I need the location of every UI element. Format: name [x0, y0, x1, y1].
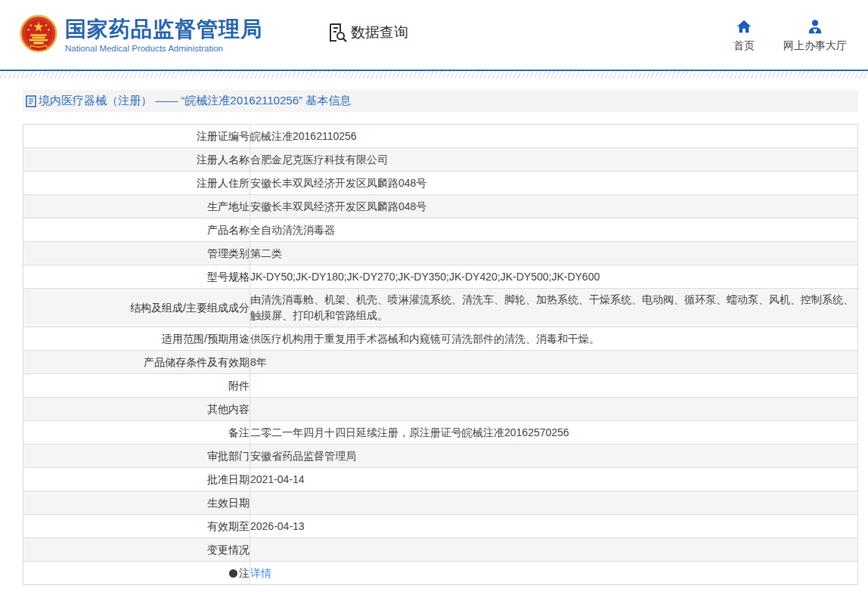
row-label: 型号规格: [23, 265, 250, 289]
row-value: [250, 398, 858, 421]
registration-info-table: 注册证编号皖械注准20162110256注册人名称合肥金尼克医疗科技有限公司注册…: [23, 124, 858, 585]
row-label-text: 注册人名称: [197, 153, 250, 166]
site-title: 国家药品监督管理局: [65, 17, 262, 42]
site-subtitle: National Medical Products Administration: [65, 44, 262, 53]
info-table-body: 注册证编号皖械注准20162110256注册人名称合肥金尼克医疗科技有限公司注册…: [23, 125, 858, 585]
top-nav: 首页 网上办事大厅: [733, 18, 847, 53]
row-value: JK-DY50;JK-DY180;JK-DY270;JK-DY350;JK-DY…: [250, 265, 858, 289]
hatch-divider: [0, 71, 868, 79]
row-label-text: 适用范围/预期用途: [162, 333, 250, 345]
national-emblem-icon: [20, 15, 57, 54]
table-row: 附件: [23, 374, 858, 398]
row-label: 注册人名称: [23, 148, 250, 172]
row-value: 全自动清洗消毒器: [250, 218, 858, 242]
table-row: 产品名称全自动清洗消毒器: [23, 218, 858, 242]
row-value: 安徽长丰双凤经济开发区凤麟路048号: [250, 172, 858, 195]
table-row: 结构及组成/主要组成成分由清洗消毒舱、机架、机壳、喷淋灌流系统、清洗车、脚轮、加…: [23, 289, 858, 327]
row-value: 8年: [250, 351, 858, 374]
row-label: 管理类别: [23, 242, 250, 265]
row-label: 变更情况: [23, 538, 250, 562]
row-label-text: 结构及组成/主要组成成分: [130, 302, 250, 314]
row-label: 批准日期: [23, 468, 250, 491]
row-label: 备注: [23, 421, 250, 445]
row-label-text: 变更情况: [207, 544, 250, 556]
row-label: 注册人住所: [23, 172, 250, 195]
row-value: 供医疗机构用于重复用手术器械和内窥镜可清洗部件的清洗、消毒和干燥。: [250, 327, 858, 351]
row-label: 有效期至: [23, 515, 250, 538]
document-icon: [26, 95, 36, 107]
row-label-text: 管理类别: [207, 247, 250, 259]
row-label-text: 附件: [228, 379, 250, 392]
document-search-icon: [327, 22, 348, 43]
row-value: 二零二一年四月十四日延续注册，原注册证号皖械注准20162570256: [250, 421, 858, 445]
row-value: 由清洗消毒舱、机架、机壳、喷淋灌流系统、清洗车、脚轮、加热系统、干燥系统、电动阀…: [250, 289, 858, 327]
row-label-text: 备注: [228, 426, 250, 438]
page-title-bar: 境内医疗器械（注册） —— “皖械注准20162110256” 基本信息: [23, 90, 858, 112]
table-row: 其他内容: [23, 398, 858, 421]
table-row: 有效期至2026-04-13: [23, 515, 858, 538]
table-row: 审批部门安徽省药品监督管理局: [23, 445, 858, 468]
table-row: 型号规格JK-DY50;JK-DY180;JK-DY270;JK-DY350;J…: [23, 265, 858, 289]
table-row: 备注二零二一年四月十四日延续注册，原注册证号皖械注准20162570256: [23, 421, 858, 445]
row-label-text: 产品名称: [207, 224, 250, 236]
row-label-text: 有效期至: [207, 520, 250, 532]
row-value: 安徽长丰双凤经济开发区凤麟路048号: [250, 195, 858, 218]
row-label: 适用范围/预期用途: [23, 327, 250, 351]
table-row: 批准日期2021-04-14: [23, 468, 858, 491]
table-row: 生产地址安徽长丰双凤经济开发区凤麟路048号: [23, 195, 858, 218]
row-label: 生效日期: [23, 491, 250, 515]
row-label: 附件: [23, 374, 250, 398]
site-header: 国家药品监督管理局 National Medical Products Admi…: [0, 0, 868, 70]
note-icon: [229, 569, 237, 578]
row-label-text: 批准日期: [207, 473, 250, 485]
row-label-text: 其他内容: [207, 403, 250, 415]
detail-link[interactable]: 详情: [250, 567, 271, 579]
row-label-text: 产品储存条件及有效期: [144, 356, 250, 368]
table-row: 生效日期: [23, 491, 858, 515]
row-label: 审批部门: [23, 445, 250, 468]
home-icon: [736, 18, 752, 35]
row-label-text: 注册人住所: [197, 177, 250, 189]
row-value: [250, 538, 858, 562]
row-value: 2021-04-14: [250, 468, 858, 491]
row-label: 其他内容: [23, 398, 250, 421]
table-row: 变更情况: [23, 538, 858, 562]
data-query-label: 数据查询: [351, 23, 408, 42]
row-label: 结构及组成/主要组成成分: [23, 289, 250, 327]
row-label-text: 型号规格: [207, 271, 250, 283]
row-value: 皖械注准20162110256: [250, 125, 858, 148]
nav-item-home[interactable]: 首页: [733, 18, 755, 53]
table-row: 适用范围/预期用途供医疗机构用于重复用手术器械和内窥镜可清洗部件的清洗、消毒和干…: [23, 327, 858, 351]
nav-item-service-hall[interactable]: 网上办事大厅: [783, 18, 847, 53]
row-value: 合肥金尼克医疗科技有限公司: [250, 148, 858, 172]
row-label: 注: [23, 562, 250, 585]
nav-label: 网上办事大厅: [783, 39, 847, 53]
row-value: 详情: [250, 562, 858, 585]
table-row: 注详情: [23, 562, 858, 585]
person-icon: [807, 18, 823, 35]
table-row: 注册人名称合肥金尼克医疗科技有限公司: [23, 148, 858, 172]
row-value: [250, 374, 858, 398]
row-value: 安徽省药品监督管理局: [250, 445, 858, 468]
data-query-entry[interactable]: 数据查询: [327, 22, 408, 43]
row-value: 第二类: [250, 242, 858, 265]
table-row: 注册人住所安徽长丰双凤经济开发区凤麟路048号: [23, 172, 858, 195]
row-label-text: 生效日期: [207, 497, 250, 509]
table-row: 产品储存条件及有效期8年: [23, 351, 858, 374]
nav-label: 首页: [733, 39, 755, 53]
row-label: 产品名称: [23, 218, 250, 242]
page-title: 境内医疗器械（注册） —— “皖械注准20162110256” 基本信息: [39, 94, 351, 108]
row-label-text: 审批部门: [207, 450, 250, 462]
row-label-text: 生产地址: [207, 200, 250, 212]
row-label-text: 注册证编号: [197, 130, 250, 142]
row-value: 2026-04-13: [250, 515, 858, 538]
row-label: 产品储存条件及有效期: [23, 351, 250, 374]
row-label: 生产地址: [23, 195, 250, 218]
row-label: 注册证编号: [23, 125, 250, 148]
table-row: 注册证编号皖械注准20162110256: [23, 125, 858, 148]
brand-block: 国家药品监督管理局 National Medical Products Admi…: [65, 17, 262, 53]
row-value: [250, 491, 858, 515]
table-row: 管理类别第二类: [23, 242, 858, 265]
row-label-text: 注: [239, 567, 250, 579]
